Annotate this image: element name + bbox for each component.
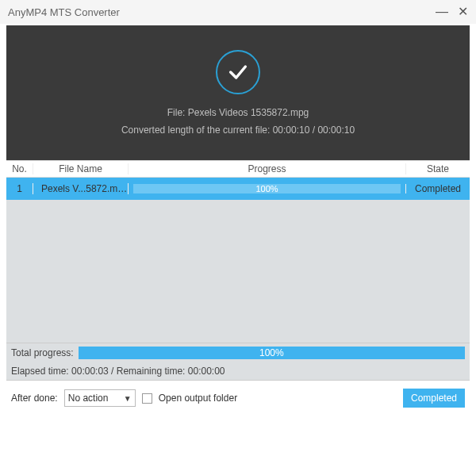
status-hero: File: Pexels Videos 1535872.mpg Converte… bbox=[6, 25, 470, 160]
table-body[interactable]: 1 Pexels V...5872.mpg 100% Completed bbox=[6, 178, 470, 343]
after-done-value: No action bbox=[68, 393, 109, 404]
row-filename: Pexels V...5872.mpg bbox=[33, 183, 129, 194]
time-row: Elapsed time: 00:00:03 / Remaining time:… bbox=[6, 362, 470, 381]
total-progress-label: Total progress: bbox=[11, 347, 74, 358]
window-controls: — ✕ bbox=[436, 6, 468, 18]
total-progress-percent: 100% bbox=[259, 347, 284, 358]
table-header: No. File Name Progress State bbox=[6, 160, 470, 178]
header-no: No. bbox=[6, 163, 33, 174]
completed-button[interactable]: Completed bbox=[403, 389, 465, 408]
header-filename: File Name bbox=[33, 163, 129, 174]
titlebar: AnyMP4 MTS Converter — ✕ bbox=[0, 0, 476, 24]
total-progress-row: Total progress: 100% bbox=[6, 343, 470, 362]
app-title: AnyMP4 MTS Converter bbox=[8, 6, 120, 18]
row-progress: 100% bbox=[129, 184, 406, 193]
footer: Total progress: 100% Elapsed time: 00:00… bbox=[6, 343, 470, 416]
after-done-label: After done: bbox=[11, 393, 58, 404]
total-progress-bar: 100% bbox=[79, 347, 465, 359]
actions-row: After done: No action ▼ Open output fold… bbox=[6, 381, 470, 416]
open-output-folder-checkbox[interactable] bbox=[142, 393, 152, 404]
current-file-label: File: Pexels Videos 1535872.mpg bbox=[167, 107, 309, 118]
time-label: Elapsed time: 00:00:03 / Remaining time:… bbox=[11, 366, 225, 377]
row-state: Completed bbox=[406, 183, 470, 194]
checkmark-icon bbox=[216, 50, 260, 94]
row-no: 1 bbox=[6, 183, 33, 194]
chevron-down-icon: ▼ bbox=[124, 394, 132, 403]
table-row[interactable]: 1 Pexels V...5872.mpg 100% Completed bbox=[6, 178, 470, 200]
row-progress-bar: 100% bbox=[133, 184, 401, 193]
file-table: No. File Name Progress State 1 Pexels V.… bbox=[6, 160, 470, 343]
minimize-icon[interactable]: — bbox=[436, 6, 448, 18]
close-icon[interactable]: ✕ bbox=[458, 6, 468, 18]
row-progress-label: 100% bbox=[255, 184, 278, 193]
open-output-folder-label: Open output folder bbox=[159, 393, 237, 404]
converted-length-label: Converted length of the current file: 00… bbox=[121, 124, 355, 136]
header-progress: Progress bbox=[129, 163, 406, 174]
after-done-select[interactable]: No action ▼ bbox=[64, 389, 136, 407]
header-state: State bbox=[406, 163, 470, 174]
